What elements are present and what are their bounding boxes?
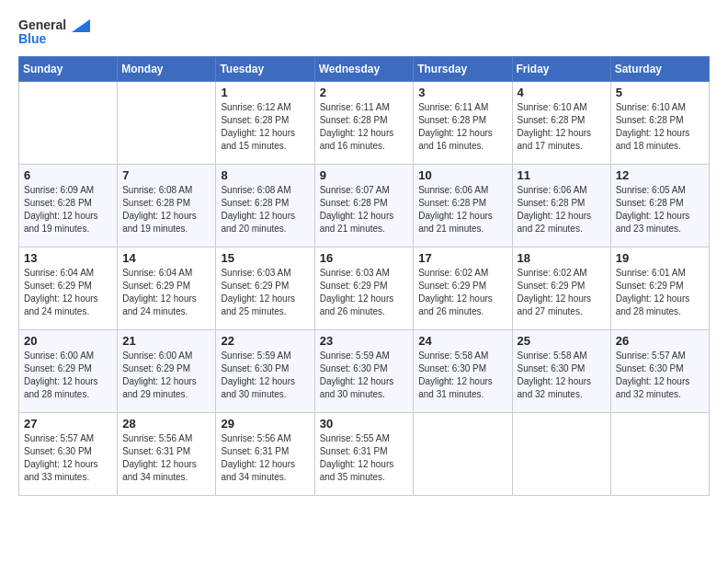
sunrise-text: Sunrise: 5:59 AM <box>320 350 409 362</box>
calendar-cell: 29Sunrise: 5:56 AMSunset: 6:31 PMDayligh… <box>216 412 314 495</box>
sunrise-text: Sunrise: 6:10 AM <box>616 101 704 114</box>
sunrise-text: Sunrise: 6:07 AM <box>320 184 409 197</box>
weekday-header-sunday: Sunday <box>19 56 118 81</box>
day-info: Sunrise: 6:02 AMSunset: 6:29 PMDaylight:… <box>418 267 506 318</box>
day-info: Sunrise: 6:03 AMSunset: 6:29 PMDaylight:… <box>320 267 409 318</box>
day-info: Sunrise: 6:09 AMSunset: 6:28 PMDaylight:… <box>24 184 112 236</box>
day-info: Sunrise: 6:00 AMSunset: 6:29 PMDaylight:… <box>24 350 112 401</box>
sunrise-text: Sunrise: 6:01 AM <box>616 267 704 280</box>
sunset-text: Sunset: 6:30 PM <box>24 445 112 458</box>
day-number: 2 <box>320 86 409 99</box>
sunrise-text: Sunrise: 6:12 AM <box>221 101 309 114</box>
day-number: 19 <box>616 251 704 265</box>
sunset-text: Sunset: 6:31 PM <box>122 445 210 458</box>
daylight-text: Daylight: 12 hours and 34 minutes. <box>122 458 210 484</box>
day-info: Sunrise: 6:06 AMSunset: 6:28 PMDaylight:… <box>418 184 506 236</box>
calendar-cell: 13Sunrise: 6:04 AMSunset: 6:29 PMDayligh… <box>19 247 118 329</box>
day-number: 26 <box>616 334 704 348</box>
day-info: Sunrise: 6:05 AMSunset: 6:28 PMDaylight:… <box>616 184 704 236</box>
sunrise-text: Sunrise: 6:09 AM <box>24 184 112 197</box>
calendar-cell: 20Sunrise: 6:00 AMSunset: 6:29 PMDayligh… <box>19 329 118 412</box>
day-info: Sunrise: 5:59 AMSunset: 6:30 PMDaylight:… <box>320 350 409 401</box>
calendar-table: SundayMondayTuesdayWednesdayThursdayFrid… <box>18 56 710 496</box>
day-info: Sunrise: 6:04 AMSunset: 6:29 PMDaylight:… <box>24 267 112 318</box>
calendar-cell: 18Sunrise: 6:02 AMSunset: 6:29 PMDayligh… <box>512 247 610 329</box>
daylight-text: Daylight: 12 hours and 17 minutes. <box>518 127 606 153</box>
sunrise-text: Sunrise: 6:06 AM <box>418 184 506 197</box>
day-number: 30 <box>320 417 409 431</box>
day-number: 13 <box>24 251 112 265</box>
sunset-text: Sunset: 6:29 PM <box>24 280 112 293</box>
day-info: Sunrise: 6:02 AMSunset: 6:29 PMDaylight:… <box>518 267 606 318</box>
calendar-cell: 19Sunrise: 6:01 AMSunset: 6:29 PMDayligh… <box>610 247 709 329</box>
logo-blue: Blue <box>18 32 90 46</box>
day-number: 21 <box>122 334 210 348</box>
sunrise-text: Sunrise: 5:58 AM <box>418 350 506 362</box>
week-row-3: 13Sunrise: 6:04 AMSunset: 6:29 PMDayligh… <box>19 247 710 329</box>
daylight-text: Daylight: 12 hours and 24 minutes. <box>24 293 112 318</box>
day-info: Sunrise: 6:11 AMSunset: 6:28 PMDaylight:… <box>418 101 506 153</box>
daylight-text: Daylight: 12 hours and 21 minutes. <box>418 210 506 236</box>
daylight-text: Daylight: 12 hours and 32 minutes. <box>518 375 606 401</box>
sunrise-text: Sunrise: 5:58 AM <box>518 350 606 362</box>
sunrise-text: Sunrise: 5:55 AM <box>320 432 409 445</box>
calendar-cell: 17Sunrise: 6:02 AMSunset: 6:29 PMDayligh… <box>414 247 512 329</box>
day-info: Sunrise: 6:10 AMSunset: 6:28 PMDaylight:… <box>616 101 704 153</box>
sunset-text: Sunset: 6:29 PM <box>221 280 309 293</box>
sunrise-text: Sunrise: 6:03 AM <box>320 267 409 280</box>
sunset-text: Sunset: 6:28 PM <box>221 114 309 127</box>
daylight-text: Daylight: 12 hours and 23 minutes. <box>616 210 704 236</box>
sunrise-text: Sunrise: 6:05 AM <box>616 184 704 197</box>
day-number: 17 <box>418 251 506 265</box>
sunset-text: Sunset: 6:28 PM <box>418 114 506 127</box>
daylight-text: Daylight: 12 hours and 16 minutes. <box>418 127 506 153</box>
daylight-text: Daylight: 12 hours and 19 minutes. <box>24 210 112 236</box>
daylight-text: Daylight: 12 hours and 20 minutes. <box>221 210 309 236</box>
day-number: 22 <box>221 334 309 348</box>
daylight-text: Daylight: 12 hours and 28 minutes. <box>616 293 704 318</box>
daylight-text: Daylight: 12 hours and 28 minutes. <box>24 375 112 401</box>
calendar-cell: 23Sunrise: 5:59 AMSunset: 6:30 PMDayligh… <box>314 329 414 412</box>
day-number: 10 <box>418 168 506 182</box>
sunrise-text: Sunrise: 6:00 AM <box>122 350 210 362</box>
sunset-text: Sunset: 6:28 PM <box>320 114 409 127</box>
day-info: Sunrise: 6:11 AMSunset: 6:28 PMDaylight:… <box>320 101 409 153</box>
day-number: 9 <box>320 168 409 182</box>
day-info: Sunrise: 6:07 AMSunset: 6:28 PMDaylight:… <box>320 184 409 236</box>
sunrise-text: Sunrise: 6:00 AM <box>24 350 112 362</box>
calendar-cell: 2Sunrise: 6:11 AMSunset: 6:28 PMDaylight… <box>314 81 414 164</box>
day-info: Sunrise: 5:59 AMSunset: 6:30 PMDaylight:… <box>221 350 309 401</box>
day-number: 24 <box>418 334 506 348</box>
sunrise-text: Sunrise: 5:57 AM <box>616 350 704 362</box>
day-info: Sunrise: 6:06 AMSunset: 6:28 PMDaylight:… <box>518 184 606 236</box>
page-header: General Blue <box>18 18 710 47</box>
day-number: 12 <box>616 168 704 182</box>
daylight-text: Daylight: 12 hours and 30 minutes. <box>320 375 409 401</box>
calendar-cell: 14Sunrise: 6:04 AMSunset: 6:29 PMDayligh… <box>118 247 216 329</box>
daylight-text: Daylight: 12 hours and 21 minutes. <box>320 210 409 236</box>
day-number: 3 <box>418 86 506 99</box>
calendar-cell: 1Sunrise: 6:12 AMSunset: 6:28 PMDaylight… <box>216 81 314 164</box>
sunset-text: Sunset: 6:28 PM <box>320 197 409 210</box>
calendar-cell: 6Sunrise: 6:09 AMSunset: 6:28 PMDaylight… <box>19 164 118 247</box>
weekday-header-thursday: Thursday <box>414 56 512 81</box>
weekday-header-row: SundayMondayTuesdayWednesdayThursdayFrid… <box>19 56 710 81</box>
day-number: 4 <box>518 86 606 99</box>
sunset-text: Sunset: 6:28 PM <box>616 114 704 127</box>
daylight-text: Daylight: 12 hours and 24 minutes. <box>122 293 210 318</box>
daylight-text: Daylight: 12 hours and 22 minutes. <box>518 210 606 236</box>
daylight-text: Daylight: 12 hours and 30 minutes. <box>221 375 309 401</box>
day-number: 27 <box>24 417 112 431</box>
day-info: Sunrise: 5:55 AMSunset: 6:31 PMDaylight:… <box>320 432 409 484</box>
daylight-text: Daylight: 12 hours and 35 minutes. <box>320 458 409 484</box>
sunrise-text: Sunrise: 5:56 AM <box>221 432 309 445</box>
day-number: 14 <box>122 251 210 265</box>
day-number: 8 <box>221 168 309 182</box>
daylight-text: Daylight: 12 hours and 29 minutes. <box>122 375 210 401</box>
day-info: Sunrise: 6:08 AMSunset: 6:28 PMDaylight:… <box>221 184 309 236</box>
sunset-text: Sunset: 6:29 PM <box>122 280 210 293</box>
daylight-text: Daylight: 12 hours and 33 minutes. <box>24 458 112 484</box>
calendar-cell: 16Sunrise: 6:03 AMSunset: 6:29 PMDayligh… <box>314 247 414 329</box>
daylight-text: Daylight: 12 hours and 18 minutes. <box>616 127 704 153</box>
calendar-cell: 25Sunrise: 5:58 AMSunset: 6:30 PMDayligh… <box>512 329 610 412</box>
